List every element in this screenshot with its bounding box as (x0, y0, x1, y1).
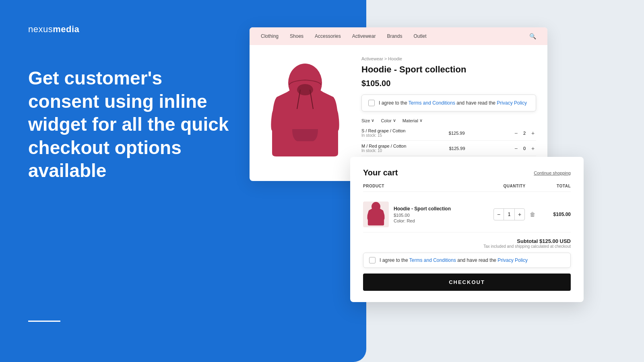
filter-color[interactable]: Color ∨ (381, 118, 396, 123)
cart-item-image (365, 202, 387, 227)
decorative-divider (28, 321, 60, 322)
subtotal-amount: Subtotal $125.00 USD (363, 238, 571, 244)
cart-item-details: Hoodie - Sport collection $105.00 Color:… (394, 206, 490, 223)
filter-size[interactable]: Size ∨ (361, 118, 374, 123)
brand-name-light: nexus (28, 24, 53, 34)
cart-qty-decrease[interactable]: − (494, 209, 504, 220)
cart-item-thumbnail (363, 202, 389, 227)
checkout-button[interactable]: CHECKOUT (363, 274, 571, 291)
subtotal-note: Tax included and shipping calculated at … (363, 244, 571, 249)
consent-checkbox-cart[interactable] (369, 257, 376, 263)
consent-widget-inline: I agree to the Terms and Conditions and … (361, 95, 536, 111)
cart-card: Your cart Continue shopping PRODUCT QUAN… (350, 157, 584, 302)
nav-accessories[interactable]: Accessories (315, 33, 341, 39)
store-nav: Clothing Shoes Accessories Activewear Br… (250, 27, 547, 45)
nav-links: Clothing Shoes Accessories Activewear Br… (261, 33, 426, 39)
variant-filters: Size ∨ Color ∨ Material ∨ (361, 118, 536, 123)
consent-checkbox-inline[interactable] (368, 100, 375, 106)
cart-qty-increase[interactable]: + (515, 209, 524, 220)
qty-increase-0[interactable]: + (530, 130, 536, 136)
product-image (265, 61, 345, 165)
consent-text-inline: I agree to the Terms and Conditions and … (379, 100, 527, 106)
product-info: Activewear > Hoodie Hoodie - Sport colle… (361, 55, 536, 171)
cart-item-total: $105.00 (539, 212, 571, 217)
cart-columns: PRODUCT QUANTITY TOTAL (363, 184, 571, 192)
cart-qty-value: 1 (504, 209, 515, 220)
qty-decrease-1[interactable]: − (513, 145, 519, 152)
col-product-label: PRODUCT (363, 184, 490, 188)
nav-activewear[interactable]: Activewear (352, 33, 376, 39)
privacy-link-inline[interactable]: Privacy Policy (497, 100, 527, 106)
search-icon[interactable]: 🔍 (529, 33, 536, 39)
continue-shopping-link[interactable]: Continue shopping (534, 171, 571, 175)
product-image-area (261, 55, 349, 171)
filter-material[interactable]: Material ∨ (402, 118, 423, 123)
breadcrumb: Activewear > Hoodie (361, 56, 536, 61)
product-price: $105.00 (361, 79, 536, 88)
terms-link-inline[interactable]: Terms and Conditions (409, 100, 455, 106)
variant-row: M / Red grape / Cotton In stock: 10 $125… (361, 141, 536, 156)
remove-item-icon[interactable]: 🗑 (530, 211, 535, 218)
nav-outlet[interactable]: Outlet (413, 33, 426, 39)
cart-consent-text: I agree to the Terms and Conditions and … (380, 257, 528, 263)
right-panel: Clothing Shoes Accessories Activewear Br… (366, 0, 644, 362)
nav-brands[interactable]: Brands (387, 33, 402, 39)
qty-increase-1[interactable]: + (530, 145, 536, 152)
qty-ctrl-0: − 2 + (513, 130, 536, 136)
brand-name-bold: media (53, 24, 79, 34)
headline-text: Get customer's consent using inline widg… (28, 67, 237, 183)
col-quantity-label: QUANTITY (490, 184, 539, 188)
qty-decrease-0[interactable]: − (513, 130, 519, 136)
cart-subtotal: Subtotal $125.00 USD Tax included and sh… (363, 232, 571, 253)
nav-shoes[interactable]: Shoes (290, 33, 303, 39)
variant-row: S / Red grape / Cotton In stock: 15 $125… (361, 125, 536, 141)
cart-qty-control: − 1 + 🗑 (490, 208, 539, 220)
cart-qty-box: − 1 + (493, 208, 525, 220)
cart-title: Your cart (363, 168, 398, 177)
cart-item: Hoodie - Sport collection $105.00 Color:… (363, 197, 571, 232)
col-total-label: TOTAL (539, 184, 571, 188)
cart-header: Your cart Continue shopping (363, 168, 571, 177)
cart-privacy-link[interactable]: Privacy Policy (497, 257, 528, 263)
qty-ctrl-1: − 0 + (513, 145, 536, 152)
product-title: Hoodie - Sport collection (361, 64, 536, 75)
nav-clothing[interactable]: Clothing (261, 33, 279, 39)
cart-terms-link[interactable]: Terms and Conditions (409, 257, 456, 263)
cart-consent-widget: I agree to the Terms and Conditions and … (363, 253, 571, 268)
